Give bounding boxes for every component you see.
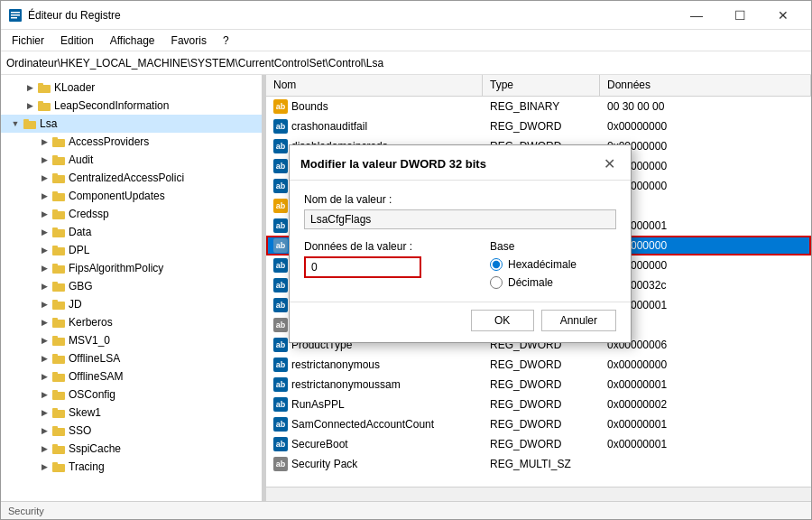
menu-edition[interactable]: Edition bbox=[53, 32, 101, 49]
tree-item-data[interactable]: ▶ Data bbox=[1, 223, 262, 241]
dialog-base-label: Base bbox=[490, 240, 616, 253]
tree-label-gbg: GBG bbox=[69, 280, 93, 292]
tree-item-gbg[interactable]: ▶ GBG bbox=[1, 277, 262, 295]
dialog-ok-button[interactable]: OK bbox=[471, 310, 534, 331]
cell-data-lsacfgflags: 0x00000000 bbox=[600, 237, 811, 254]
tree-item-offlinesam[interactable]: ▶ OfflineSAM bbox=[1, 367, 262, 385]
cell-data-lsapid: 0x0000032c bbox=[600, 277, 811, 293]
tree-item-tracing[interactable]: ▶ Tracing bbox=[1, 458, 262, 476]
dialog-body: Nom de la valeur : Données de la valeur … bbox=[290, 181, 631, 302]
svg-rect-43 bbox=[52, 426, 58, 429]
list-item[interactable]: ab restrictanonymoussam REG_DWORD 0x0000… bbox=[266, 375, 811, 395]
tree-item-skew1[interactable]: ▶ Skew1 bbox=[1, 404, 262, 422]
list-item[interactable]: ab restrictanonymous REG_DWORD 0x0000000… bbox=[266, 355, 811, 375]
col-header-type[interactable]: Type bbox=[483, 75, 600, 96]
expander-fipsalgorithm: ▶ bbox=[37, 261, 51, 275]
tree-item-osconfig[interactable]: ▶ OSConfig bbox=[1, 385, 262, 404]
minimize-button[interactable]: — bbox=[676, 5, 717, 26]
folder-icon-sso bbox=[51, 423, 66, 438]
col-header-nom[interactable]: Nom bbox=[266, 75, 483, 96]
folder-icon-msv1 bbox=[51, 333, 66, 348]
close-button[interactable]: ✕ bbox=[762, 5, 804, 26]
cell-data-forceguest: 0x00000000 bbox=[600, 178, 811, 194]
cell-type-securitypack: REG_MULTI_SZ bbox=[483, 456, 600, 472]
radio-hex[interactable]: Hexadécimale bbox=[490, 258, 616, 271]
menu-help[interactable]: ? bbox=[216, 32, 236, 49]
menu-fichier[interactable]: Fichier bbox=[5, 32, 51, 49]
col-header-donnees[interactable]: Données bbox=[600, 75, 811, 96]
dialog-close-button[interactable]: ✕ bbox=[598, 153, 620, 174]
radio-group-base: Hexadécimale Décimale bbox=[490, 258, 616, 289]
tree-item-componentupdates[interactable]: ▶ ComponentUpdates bbox=[1, 187, 262, 205]
tree-item-sspicache[interactable]: ▶ SspiCache bbox=[1, 440, 262, 458]
dialog-cancel-button[interactable]: Annuler bbox=[541, 310, 616, 331]
dialog-footer: OK Annuler bbox=[290, 302, 631, 342]
list-item[interactable]: ab Security Pack REG_MULTI_SZ bbox=[266, 454, 811, 474]
folder-icon-dpl bbox=[51, 243, 66, 257]
radio-dec-input[interactable] bbox=[490, 276, 503, 289]
folder-icon-credssp bbox=[51, 207, 66, 221]
list-item[interactable]: ab SamConnectedAccountCount REG_DWORD 0x… bbox=[266, 414, 811, 434]
tree-item-leapsecond[interactable]: ▶ LeapSecondInformation bbox=[1, 97, 262, 115]
radio-hex-input[interactable] bbox=[490, 258, 503, 271]
svg-rect-47 bbox=[52, 462, 58, 465]
tree-item-accessproviders[interactable]: ▶ AccessProviders bbox=[1, 133, 262, 151]
cell-type-secureboot: REG_DWORD bbox=[483, 436, 600, 452]
expander-componentupdates: ▶ bbox=[37, 189, 51, 203]
svg-rect-7 bbox=[38, 101, 43, 104]
svg-rect-3 bbox=[11, 17, 17, 19]
dword-edit-dialog[interactable]: Modifier la valeur DWORD 32 bits ✕ Nom d… bbox=[289, 144, 632, 343]
tree-item-kloader[interactable]: ▶ KLoader bbox=[1, 79, 262, 97]
dialog-title: Modifier la valeur DWORD 32 bits bbox=[300, 157, 486, 171]
folder-icon-leapsecond bbox=[37, 98, 51, 113]
dword-icon: ab bbox=[273, 278, 288, 292]
svg-rect-19 bbox=[52, 209, 58, 212]
folder-icon-accessproviders bbox=[51, 135, 66, 149]
registry-tree[interactable]: ▶ KLoader ▶ bbox=[1, 75, 263, 501]
tree-label-tracing: Tracing bbox=[69, 460, 105, 473]
horizontal-scrollbar[interactable] bbox=[266, 487, 811, 501]
tree-label-dpl: DPL bbox=[69, 244, 89, 256]
tree-item-msv1[interactable]: ▶ MSV1_0 bbox=[1, 331, 262, 349]
tree-item-offlinelsa[interactable]: ▶ OfflineLSA bbox=[1, 349, 262, 367]
list-item[interactable]: ab SecureBoot REG_DWORD 0x00000001 bbox=[266, 434, 811, 454]
tree-label-offlinesam: OfflineSAM bbox=[69, 370, 123, 383]
expander-audit: ▶ bbox=[37, 153, 51, 167]
expander-leapsecond: ▶ bbox=[23, 98, 37, 113]
list-item[interactable]: ab Bounds REG_BINARY 00 30 00 00 bbox=[266, 97, 811, 116]
cell-data-nolmhash: 0x00000001 bbox=[600, 297, 811, 313]
menu-affichage[interactable]: Affichage bbox=[103, 32, 162, 49]
tree-item-fipsalgorithm[interactable]: ▶ FipsAlgorithmPolicy bbox=[1, 259, 262, 277]
tree-item-centralizedaccess[interactable]: ▶ CentralizedAccessPolici bbox=[1, 169, 262, 187]
maximize-button[interactable]: ☐ bbox=[719, 5, 761, 26]
svg-rect-46 bbox=[52, 464, 65, 472]
list-item[interactable]: ab RunAsPPL REG_DWORD 0x00000002 bbox=[266, 395, 811, 414]
dialog-data-input[interactable] bbox=[304, 256, 421, 278]
folder-icon-offlinelsa bbox=[51, 351, 66, 366]
svg-rect-41 bbox=[52, 408, 58, 411]
expander-dpl: ▶ bbox=[37, 243, 51, 257]
tree-label-leapsecond: LeapSecondInformation bbox=[54, 99, 169, 112]
list-item[interactable]: ab crashonauditfail REG_DWORD 0x00000000 bbox=[266, 116, 811, 136]
dialog-name-field[interactable] bbox=[304, 209, 616, 229]
radio-hex-label: Hexadécimale bbox=[508, 258, 577, 271]
address-bar: Ordinateur\HKEY_LOCAL_MACHINE\SYSTEM\Cur… bbox=[1, 51, 811, 75]
expander-accessproviders: ▶ bbox=[37, 135, 51, 149]
menu-favoris[interactable]: Favoris bbox=[164, 32, 214, 49]
tree-item-audit[interactable]: ▶ Audit bbox=[1, 151, 262, 169]
ab-icon: ab bbox=[273, 318, 288, 332]
cell-data-fullprivilege: 00 bbox=[600, 198, 811, 214]
expander-osconfig: ▶ bbox=[37, 387, 51, 402]
tree-item-jd[interactable]: ▶ JD bbox=[1, 295, 262, 313]
cell-data-securitypack bbox=[600, 462, 811, 466]
cell-name-samconnected: ab SamConnectedAccountCount bbox=[266, 415, 483, 433]
tree-item-lsa[interactable]: ▼ Lsa bbox=[1, 115, 262, 133]
radio-dec[interactable]: Décimale bbox=[490, 276, 616, 289]
tree-item-credssp[interactable]: ▶ Credssp bbox=[1, 205, 262, 223]
tree-label-sso: SSO bbox=[69, 424, 91, 437]
folder-icon-jd bbox=[51, 297, 66, 311]
tree-item-dpl[interactable]: ▶ DPL bbox=[1, 241, 262, 259]
tree-item-kerberos[interactable]: ▶ Kerberos bbox=[1, 313, 262, 331]
dialog-base-section: Base Hexadécimale Décimale bbox=[490, 240, 616, 289]
tree-item-sso[interactable]: ▶ SSO bbox=[1, 422, 262, 440]
